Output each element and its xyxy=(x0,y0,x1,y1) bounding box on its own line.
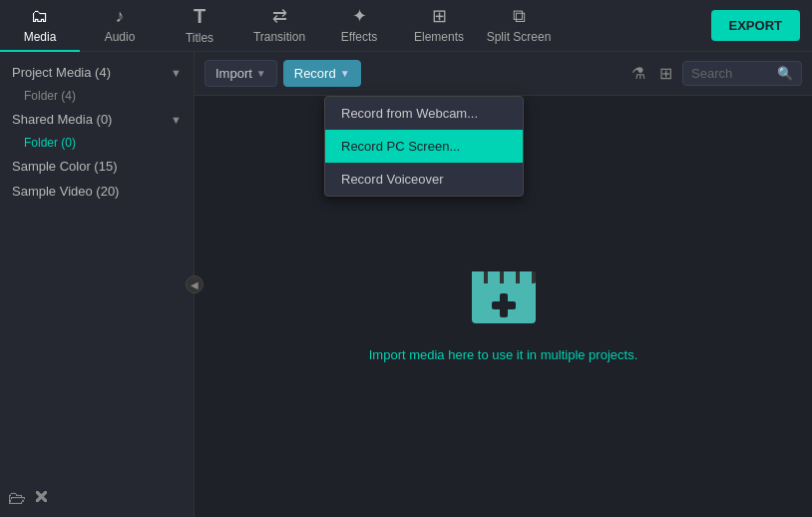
nav-label-effects: Effects xyxy=(341,30,377,44)
nav-label-transition: Transition xyxy=(253,30,305,44)
split-screen-icon: ⧉ xyxy=(513,6,526,27)
sidebar-item-shared-media[interactable]: Shared Media (0) ▼ xyxy=(0,107,194,132)
sidebar-label-folder: Folder (4) xyxy=(24,89,76,103)
nav-item-elements[interactable]: ⊞ Elements xyxy=(399,0,479,52)
effects-icon: ✦ xyxy=(352,5,367,27)
top-nav: 🗂 Media ♪ Audio T Titles ⇄ Transition ✦ … xyxy=(0,0,812,52)
nav-item-audio[interactable]: ♪ Audio xyxy=(80,0,160,52)
sidebar-label-sample-video: Sample Video (20) xyxy=(12,184,119,199)
toolbar: Import ▼ Record ▼ ⚗ ⊞ 🔍 xyxy=(195,52,812,96)
nav-label-elements: Elements xyxy=(414,30,464,44)
search-box: 🔍 xyxy=(682,61,802,86)
dropdown-label-record-pc-screen: Record PC Screen... xyxy=(341,139,460,154)
nav-label-split-screen: Split Screen xyxy=(487,30,552,44)
import-chevron-icon: ▼ xyxy=(256,68,266,79)
sidebar-item-folder-0[interactable]: Folder (0) xyxy=(0,132,194,154)
import-media-icon xyxy=(464,252,544,331)
dropdown-item-record-pc-screen[interactable]: Record PC Screen... xyxy=(325,130,523,163)
delete-folder-button[interactable]: 🗙 xyxy=(34,488,49,509)
svg-rect-2 xyxy=(472,271,484,283)
import-label: Import xyxy=(215,66,252,81)
nav-item-split-screen[interactable]: ⧉ Split Screen xyxy=(479,0,559,52)
sidebar-item-project-media[interactable]: Project Media (4) ▼ xyxy=(0,60,194,85)
record-button[interactable]: Record ▼ xyxy=(283,60,361,87)
nav-item-effects[interactable]: ✦ Effects xyxy=(319,0,399,52)
sidebar-label-folder-0: Folder (0) xyxy=(24,136,76,150)
svg-rect-4 xyxy=(504,271,516,283)
content-area: Import ▼ Record ▼ ⚗ ⊞ 🔍 Reco xyxy=(195,52,812,517)
nav-item-media[interactable]: 🗂 Media xyxy=(0,0,80,52)
dropdown-item-record-voiceover[interactable]: Record Voiceover xyxy=(325,163,523,196)
record-label: Record xyxy=(294,66,336,81)
export-button[interactable]: EXPORT xyxy=(711,10,800,41)
chevron-icon-project-media: ▼ xyxy=(171,67,182,79)
dropdown-overlay: Record from Webcam... Record PC Screen..… xyxy=(324,96,524,197)
audio-icon: ♪ xyxy=(116,6,125,27)
sidebar-item-sample-color[interactable]: Sample Color (15) xyxy=(0,154,194,179)
dropdown-menu: Record from Webcam... Record PC Screen..… xyxy=(324,96,524,197)
record-chevron-icon: ▼ xyxy=(340,68,350,79)
sidebar-collapse-button[interactable]: ◀ xyxy=(186,275,203,293)
elements-icon: ⊞ xyxy=(432,5,447,27)
media-icon: 🗂 xyxy=(31,6,49,27)
sidebar-bottom-actions: 🗁 🗙 xyxy=(8,488,49,509)
search-icon: 🔍 xyxy=(777,66,793,81)
new-folder-button[interactable]: 🗁 xyxy=(8,488,26,509)
nav-item-titles[interactable]: T Titles xyxy=(160,0,239,52)
filter-button[interactable]: ⚗ xyxy=(627,60,649,87)
nav-label-titles: Titles xyxy=(186,31,213,45)
dropdown-label-record-voiceover: Record Voiceover xyxy=(341,172,444,187)
svg-rect-3 xyxy=(488,271,500,283)
search-input[interactable] xyxy=(691,66,771,81)
titles-icon: T xyxy=(194,5,205,28)
chevron-icon-shared-media: ▼ xyxy=(171,114,182,126)
dropdown-label-record-webcam: Record from Webcam... xyxy=(341,106,478,121)
sidebar-label-sample-color: Sample Color (15) xyxy=(12,159,118,174)
sidebar-item-folder[interactable]: Folder (4) xyxy=(0,85,194,107)
sidebar-item-sample-video[interactable]: Sample Video (20) xyxy=(0,179,194,204)
sidebar-label-shared-media: Shared Media (0) xyxy=(12,112,112,127)
transition-icon: ⇄ xyxy=(272,5,287,27)
import-button[interactable]: Import ▼ xyxy=(204,60,277,87)
filter-icon: ⚗ xyxy=(631,65,645,82)
sidebar: Project Media (4) ▼ Folder (4) Shared Me… xyxy=(0,52,195,517)
grid-icon: ⊞ xyxy=(659,65,672,82)
main-layout: Project Media (4) ▼ Folder (4) Shared Me… xyxy=(0,52,812,517)
grid-view-button[interactable]: ⊞ xyxy=(655,60,676,87)
nav-label-audio: Audio xyxy=(105,30,136,44)
dropdown-item-record-webcam[interactable]: Record from Webcam... xyxy=(325,97,523,130)
nav-label-media: Media xyxy=(24,30,57,44)
svg-rect-7 xyxy=(492,301,516,309)
empty-state-text: Import media here to use it in multiple … xyxy=(369,347,638,362)
sidebar-label-project-media: Project Media (4) xyxy=(12,65,111,80)
svg-rect-5 xyxy=(520,271,532,283)
nav-item-transition[interactable]: ⇄ Transition xyxy=(239,0,319,52)
